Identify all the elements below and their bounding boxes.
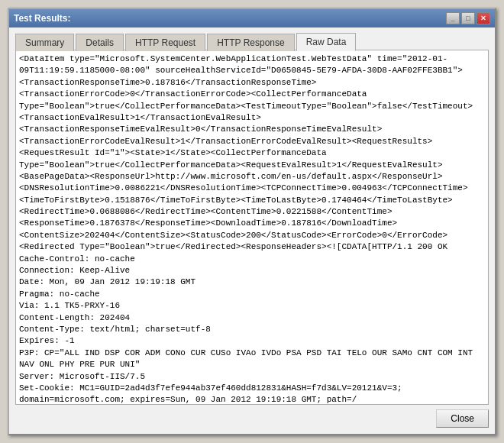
title-bar: Test Results: _ □ ✕	[9, 9, 495, 27]
tab-raw-data[interactable]: Raw Data	[296, 33, 357, 51]
window-close-button[interactable]: ✕	[477, 12, 490, 24]
minimize-button[interactable]: _	[446, 12, 460, 24]
tab-http-response[interactable]: HTTP Response	[207, 34, 294, 51]
raw-data-content[interactable]: <DataItem type="Microsoft.SystemCenter.W…	[16, 50, 488, 404]
tab-details[interactable]: Details	[76, 34, 124, 51]
tab-http-request[interactable]: HTTP Request	[125, 34, 205, 51]
maximize-button[interactable]: □	[461, 12, 475, 24]
tab-content-area: <DataItem type="Microsoft.SystemCenter.W…	[15, 50, 489, 405]
main-window: Test Results: _ □ ✕ Summary Details HTTP…	[8, 8, 496, 435]
close-button[interactable]: Close	[436, 409, 489, 428]
window-title: Test Results:	[14, 13, 70, 24]
tab-bar: Summary Details HTTP Request HTTP Respon…	[15, 32, 489, 50]
tab-summary[interactable]: Summary	[15, 34, 74, 51]
window-body: Summary Details HTTP Request HTTP Respon…	[9, 27, 495, 434]
title-bar-controls: _ □ ✕	[446, 12, 490, 24]
bottom-bar: Close	[15, 405, 489, 428]
